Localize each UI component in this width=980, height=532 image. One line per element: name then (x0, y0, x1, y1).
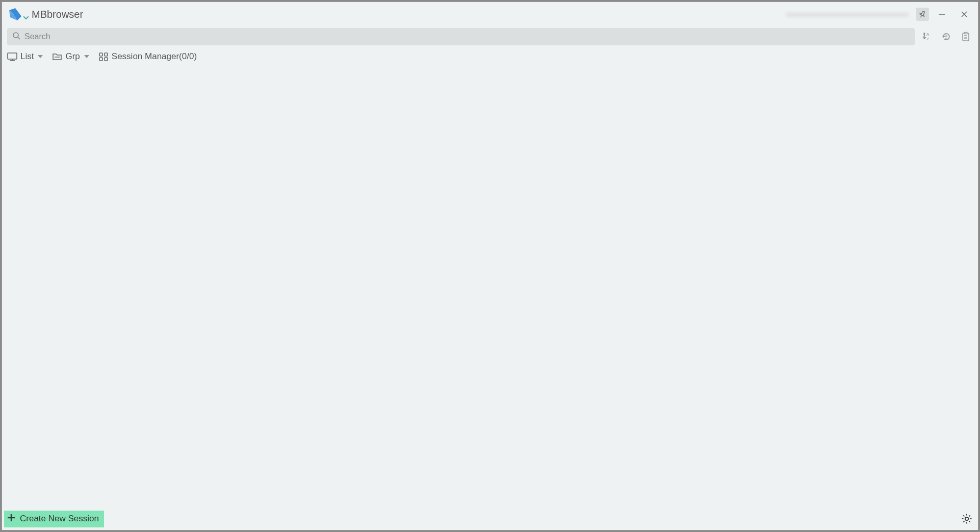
list-view-button[interactable]: List (7, 51, 43, 62)
sort-az-icon: A Z (922, 32, 932, 42)
app-title: MBbrowser (32, 9, 83, 20)
bottom-bar: Create New Session (2, 510, 978, 530)
svg-rect-14 (964, 33, 967, 34)
close-button[interactable] (955, 7, 974, 22)
title-bar-right: xxxxxxxxxxxxxxxxxxxxxxxxxxxxxxxx (786, 7, 974, 22)
svg-rect-25 (105, 58, 108, 61)
svg-line-34 (969, 521, 970, 522)
refresh-button[interactable] (939, 30, 953, 44)
svg-rect-23 (105, 53, 108, 56)
title-bar: MBbrowser xxxxxxxxxxxxxxxxxxxxxxxxxxxxxx… (2, 2, 978, 26)
close-icon (961, 11, 968, 18)
grp-label: Grp (65, 51, 80, 62)
account-blurred-text: xxxxxxxxxxxxxxxxxxxxxxxxxxxxxxxx (786, 10, 909, 18)
view-bar: List Grp Session Manager(0/0) (2, 47, 978, 66)
gear-icon (961, 513, 972, 524)
sort-button[interactable]: A Z (920, 30, 934, 44)
svg-line-35 (963, 521, 964, 522)
svg-point-28 (965, 517, 968, 520)
minimize-button[interactable] (932, 7, 951, 22)
app-logo-icon (8, 7, 22, 21)
svg-line-33 (963, 515, 964, 516)
svg-rect-22 (99, 53, 102, 56)
svg-line-4 (18, 37, 20, 39)
svg-line-36 (969, 515, 970, 516)
main-content-area (2, 66, 978, 510)
create-session-label: Create New Session (20, 514, 99, 524)
group-view-button[interactable]: Grp (52, 51, 89, 62)
svg-text:A: A (926, 32, 930, 37)
svg-rect-18 (8, 53, 17, 59)
svg-point-3 (13, 33, 18, 38)
grid-icon (98, 52, 109, 61)
pin-button[interactable] (916, 8, 929, 21)
app-window: MBbrowser xxxxxxxxxxxxxxxxxxxxxxxxxxxxxx… (2, 2, 978, 530)
search-icon (12, 32, 20, 42)
session-manager-button[interactable]: Session Manager(0/0) (98, 51, 197, 62)
search-box[interactable] (7, 28, 915, 45)
monitor-icon (7, 52, 17, 61)
settings-button[interactable] (960, 512, 974, 526)
clipboard-button[interactable] (959, 30, 973, 44)
refresh-icon (941, 32, 951, 42)
minimize-icon (938, 11, 945, 18)
plus-icon (7, 513, 16, 525)
search-input[interactable] (24, 32, 910, 41)
session-manager-label: Session Manager(0/0) (112, 51, 197, 62)
svg-rect-24 (99, 58, 102, 61)
chevron-down-icon (38, 55, 43, 58)
clipboard-icon (961, 32, 971, 42)
logo-dropdown-icon[interactable] (23, 13, 29, 22)
create-new-session-button[interactable]: Create New Session (4, 511, 104, 527)
list-label: List (20, 51, 34, 62)
search-row: A Z (2, 26, 978, 47)
chevron-down-icon (84, 55, 89, 58)
folder-icon (52, 52, 62, 61)
svg-text:Z: Z (926, 37, 929, 41)
pin-icon (918, 10, 926, 18)
